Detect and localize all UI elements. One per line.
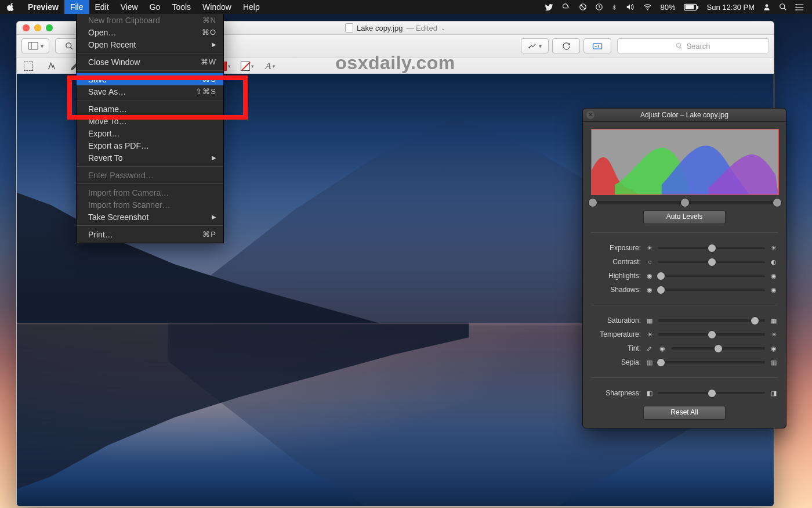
menu-item-open[interactable]: Open…⌘O: [77, 26, 223, 38]
menu-item-new-from-clipboard: New from Clipboard⌘N: [77, 14, 223, 26]
fill-color-tool[interactable]: ▾: [240, 60, 254, 73]
markup-toolbar-button[interactable]: [583, 38, 611, 53]
panel-close-button[interactable]: ✕: [586, 111, 594, 119]
file-menu: New from Clipboard⌘NOpen…⌘OOpen Recent▶C…: [76, 14, 224, 243]
rotate-button[interactable]: [552, 38, 580, 53]
levels-slider[interactable]: [592, 201, 777, 204]
menu-item-revert-to[interactable]: Revert To▶: [77, 152, 223, 164]
menu-item-close-window[interactable]: Close Window⌘W: [77, 56, 223, 68]
auto-levels-button[interactable]: Auto Levels: [643, 210, 726, 224]
menu-item-import-from-scanner: Import from Scanner…: [77, 199, 223, 211]
timemachine-icon[interactable]: [595, 3, 603, 11]
sidebar-view-button[interactable]: ▾: [21, 38, 49, 53]
menu-item-export-as-pdf[interactable]: Export as PDF…: [77, 139, 223, 152]
volume-icon[interactable]: [625, 3, 635, 11]
spotlight-icon[interactable]: [779, 3, 787, 11]
slider-tint[interactable]: Tint:◉◉: [591, 341, 778, 355]
cloud-icon[interactable]: [561, 3, 571, 11]
svg-rect-5: [697, 5, 698, 8]
svg-point-12: [66, 42, 71, 48]
svg-point-15: [677, 44, 681, 48]
menu-item-rename[interactable]: Rename…: [77, 103, 223, 115]
menu-item-enter-password: Enter Password…: [77, 169, 223, 181]
apple-menu[interactable]: [0, 0, 22, 14]
slider-shadows[interactable]: Shadows:◉◉: [591, 283, 778, 297]
svg-point-6: [766, 4, 768, 7]
mac-menubar: Preview FileEditViewGoToolsWindowHelp 80…: [0, 0, 812, 14]
menu-window[interactable]: Window: [197, 0, 237, 14]
user-icon[interactable]: [763, 3, 771, 11]
slider-highlights[interactable]: Highlights:◉◉: [591, 269, 778, 283]
menu-help[interactable]: Help: [237, 0, 266, 14]
bluetooth-icon[interactable]: [611, 3, 617, 12]
slider-temperature[interactable]: Temperature:✳✳: [591, 327, 778, 341]
svg-point-7: [780, 4, 785, 9]
menu-item-open-recent[interactable]: Open Recent▶: [77, 38, 223, 51]
menu-item-print[interactable]: Print…⌘P: [77, 228, 223, 240]
slider-saturation[interactable]: Saturation:▦▦: [591, 314, 778, 327]
menu-item-import-from-camera: Import from Camera…: [77, 186, 223, 199]
svg-rect-11: [28, 42, 38, 49]
menu-edit[interactable]: Edit: [89, 0, 115, 14]
menu-item-export[interactable]: Export…: [77, 127, 223, 139]
menu-item-take-screenshot[interactable]: Take Screenshot▶: [77, 211, 223, 223]
search-input[interactable]: Search: [617, 38, 769, 53]
slider-sharpness[interactable]: Sharpness:◧◨: [591, 386, 778, 400]
svg-rect-4: [685, 5, 694, 9]
menubar-clock[interactable]: Sun 12:30 PM: [707, 3, 755, 12]
reset-all-button[interactable]: Reset All: [643, 406, 726, 420]
menu-item-save-as[interactable]: Save As…⇧⌘S: [77, 85, 223, 98]
menu-go[interactable]: Go: [144, 0, 166, 14]
menu-item-save[interactable]: Save⌘S: [77, 73, 223, 85]
panel-titlebar[interactable]: ✕ Adjust Color – Lake copy.jpg: [583, 109, 786, 122]
document-status: Edited: [416, 24, 437, 33]
slider-contrast[interactable]: Contrast:○◐: [591, 255, 778, 269]
battery-percent: 80%: [661, 3, 676, 12]
eyedropper-icon[interactable]: [646, 344, 654, 352]
font-style-tool[interactable]: A▾: [263, 60, 277, 73]
document-icon: [345, 23, 353, 33]
svg-point-10: [795, 9, 796, 10]
slider-exposure[interactable]: Exposure:☀☀: [591, 241, 778, 255]
svg-rect-14: [593, 44, 602, 49]
notification-center-icon[interactable]: [795, 3, 804, 11]
svg-point-9: [795, 6, 796, 8]
menu-item-move-to[interactable]: Move To…: [77, 115, 223, 127]
chevron-down-icon[interactable]: ⌄: [441, 25, 445, 31]
battery-icon[interactable]: [684, 3, 699, 11]
menu-file[interactable]: File: [64, 0, 89, 14]
instant-alpha-tool[interactable]: [45, 60, 59, 73]
menu-tools[interactable]: Tools: [166, 0, 197, 14]
app-name[interactable]: Preview: [22, 0, 64, 14]
svg-point-8: [795, 3, 796, 5]
wifi-icon[interactable]: [643, 3, 652, 11]
search-placeholder: Search: [686, 42, 710, 51]
do-not-disturb-icon[interactable]: [579, 3, 587, 11]
slider-sepia[interactable]: Sepia:▥▥: [591, 355, 778, 369]
histogram: [591, 129, 779, 195]
document-name: Lake copy.jpg: [357, 24, 403, 33]
selection-tool[interactable]: [21, 60, 35, 73]
svg-point-2: [647, 9, 648, 10]
adjust-color-panel[interactable]: ✕ Adjust Color – Lake copy.jpg Auto Leve…: [582, 108, 786, 428]
panel-title-text: Adjust Color – Lake copy.jpg: [640, 111, 728, 119]
svg-point-13: [529, 47, 530, 48]
menu-view[interactable]: View: [115, 0, 144, 14]
twitter-icon[interactable]: [545, 3, 553, 12]
markup-toggle-button[interactable]: ▾: [521, 38, 549, 53]
